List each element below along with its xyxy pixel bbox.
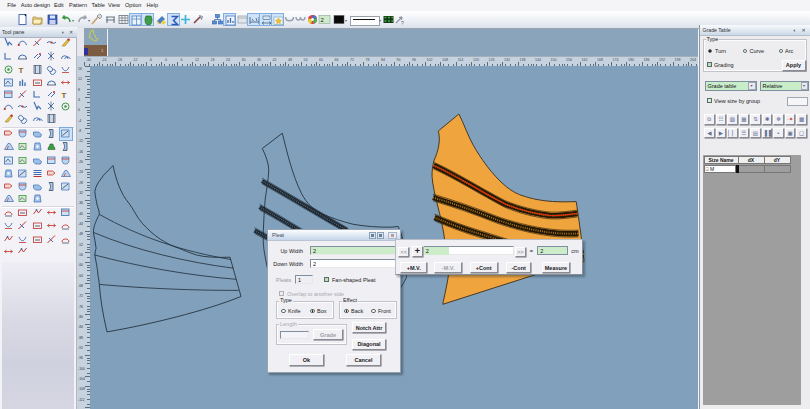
svg-text:?: ? [401, 20, 404, 26]
svg-text:T: T [62, 91, 67, 100]
svg-text:T: T [19, 66, 24, 75]
